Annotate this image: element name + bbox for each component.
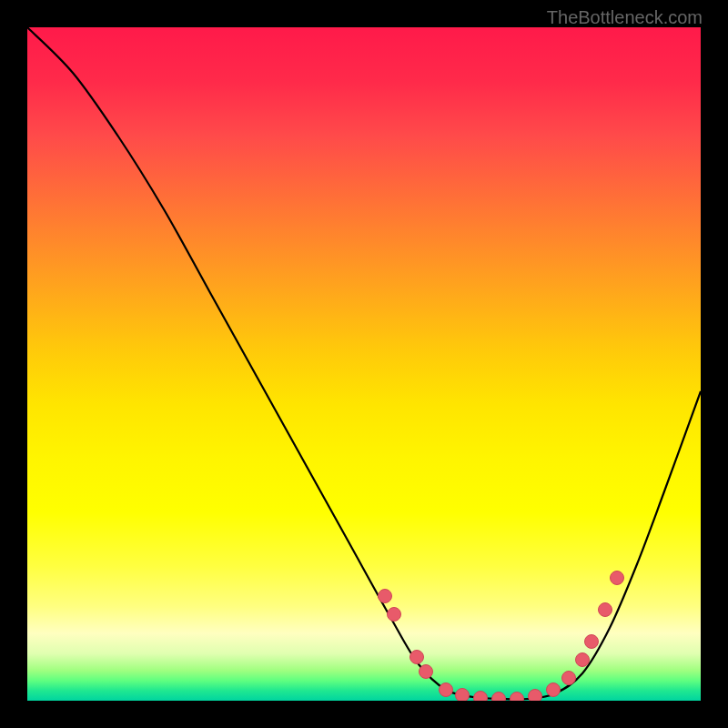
- marker-dot: [529, 690, 542, 702]
- marker-dot: [611, 571, 624, 585]
- marker-dot: [379, 590, 392, 603]
- marker-group: [379, 571, 624, 702]
- bottleneck-curve-line: [27, 27, 701, 700]
- marker-dot: [420, 665, 433, 679]
- marker-dot: [388, 608, 401, 622]
- marker-dot: [474, 692, 488, 702]
- marker-dot: [562, 672, 576, 685]
- marker-dot: [492, 693, 506, 702]
- marker-dot: [599, 603, 612, 617]
- marker-dot: [456, 689, 470, 702]
- marker-dot: [440, 683, 453, 697]
- marker-dot: [547, 683, 561, 697]
- marker-dot: [511, 693, 524, 702]
- watermark-text: TheBottleneck.com: [547, 7, 703, 28]
- marker-dot: [585, 635, 599, 649]
- marker-dot: [410, 651, 424, 664]
- marker-dot: [576, 653, 590, 667]
- bottleneck-chart: [27, 27, 701, 701]
